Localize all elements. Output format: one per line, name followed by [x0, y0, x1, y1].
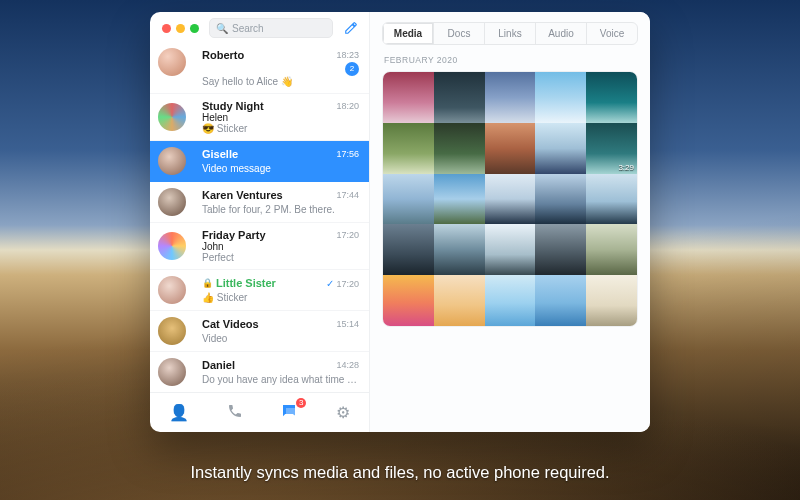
chat-title: Cat Videos: [202, 318, 328, 330]
app-window: 🔍 Search Roberto18:23Say hello to Alice …: [150, 12, 650, 432]
media-thumbnail[interactable]: 3:29: [586, 123, 637, 174]
lock-icon: 🔒: [202, 278, 213, 288]
chat-row[interactable]: Cat Videos15:14Video: [150, 311, 369, 352]
chat-timestamp: 18:23: [336, 50, 359, 60]
tab-docs[interactable]: Docs: [434, 23, 485, 44]
chat-preview: Video message: [202, 163, 359, 174]
avatar: [158, 317, 186, 345]
content-pane: MediaDocsLinksAudioVoice FEBRUARY 2020 3…: [370, 12, 650, 432]
media-thumbnail[interactable]: [434, 72, 485, 123]
media-thumbnail[interactable]: [535, 275, 586, 326]
window-controls: [158, 22, 201, 35]
avatar: [158, 103, 186, 131]
avatar: [158, 188, 186, 216]
media-thumbnail[interactable]: [485, 72, 536, 123]
chat-preview: 👍 Sticker: [202, 292, 359, 303]
chat-title: Karen Ventures: [202, 189, 328, 201]
zoom-window-button[interactable]: [190, 24, 199, 33]
chat-row[interactable]: Friday Party17:20JohnPerfect: [150, 223, 369, 270]
contacts-tab-icon[interactable]: 👤: [169, 403, 189, 422]
search-icon: 🔍: [216, 23, 228, 34]
chat-title: Giselle: [202, 148, 328, 160]
media-thumbnail[interactable]: [434, 174, 485, 225]
avatar: [158, 276, 186, 304]
chats-tab-icon[interactable]: 3: [280, 402, 298, 424]
media-grid: 3:29: [383, 72, 637, 326]
read-check-icon: ✓: [326, 278, 334, 289]
chat-preview: Video: [202, 333, 359, 344]
chat-timestamp: 15:14: [336, 319, 359, 329]
chat-list[interactable]: Roberto18:23Say hello to Alice 👋2Study N…: [150, 42, 369, 392]
media-thumbnail[interactable]: [383, 72, 434, 123]
video-duration: 3:29: [618, 163, 634, 172]
minimize-window-button[interactable]: [176, 24, 185, 33]
chat-timestamp: ✓17:20: [326, 278, 359, 289]
unread-badge: 3: [296, 398, 306, 408]
media-thumbnail[interactable]: [586, 174, 637, 225]
chat-timestamp: 14:28: [336, 360, 359, 370]
media-thumbnail[interactable]: [535, 72, 586, 123]
media-thumbnail[interactable]: [586, 72, 637, 123]
media-thumbnail[interactable]: [535, 174, 586, 225]
tab-media[interactable]: Media: [383, 23, 434, 44]
media-thumbnail[interactable]: [383, 275, 434, 326]
tab-audio[interactable]: Audio: [536, 23, 587, 44]
avatar: [158, 232, 186, 260]
media-thumbnail[interactable]: [586, 224, 637, 275]
chat-preview: Say hello to Alice 👋: [202, 76, 359, 87]
avatar: [158, 48, 186, 76]
chat-title: Daniel: [202, 359, 328, 371]
tab-voice[interactable]: Voice: [587, 23, 637, 44]
avatar: [158, 358, 186, 386]
chat-title: Friday Party: [202, 229, 328, 241]
search-input[interactable]: 🔍 Search: [209, 18, 333, 38]
unread-count-badge: 2: [345, 62, 359, 76]
chat-row[interactable]: Roberto18:23Say hello to Alice 👋2: [150, 42, 369, 94]
media-thumbnail[interactable]: [586, 275, 637, 326]
media-thumbnail[interactable]: [485, 275, 536, 326]
calls-tab-icon[interactable]: [227, 403, 243, 423]
chat-title: Study Night: [202, 100, 328, 112]
section-date-label: FEBRUARY 2020: [370, 51, 650, 71]
chat-timestamp: 18:20: [336, 101, 359, 111]
chat-row[interactable]: Daniel14:28Do you have any idea what tim…: [150, 352, 369, 392]
chat-title: Roberto: [202, 49, 328, 61]
media-thumbnail[interactable]: [383, 123, 434, 174]
media-thumbnail[interactable]: [535, 224, 586, 275]
media-thumbnail[interactable]: [485, 174, 536, 225]
chat-row[interactable]: Study Night18:20Helen😎 Sticker: [150, 94, 369, 141]
segmented-control-wrap: MediaDocsLinksAudioVoice: [370, 12, 650, 51]
sidebar-header: 🔍 Search: [150, 12, 369, 42]
sidebar: 🔍 Search Roberto18:23Say hello to Alice …: [150, 12, 370, 432]
marketing-caption: Instantly syncs media and files, no acti…: [0, 463, 800, 482]
chat-title: 🔒Little Sister: [202, 277, 318, 289]
media-thumbnail[interactable]: [383, 174, 434, 225]
media-thumbnail[interactable]: [485, 123, 536, 174]
media-thumbnail[interactable]: [485, 224, 536, 275]
settings-tab-icon[interactable]: ⚙: [336, 403, 350, 422]
media-thumbnail[interactable]: [434, 123, 485, 174]
media-thumbnail[interactable]: [535, 123, 586, 174]
tab-links[interactable]: Links: [485, 23, 536, 44]
media-type-tabs: MediaDocsLinksAudioVoice: [382, 22, 638, 45]
chat-row[interactable]: Giselle17:56Video message: [150, 141, 369, 182]
chat-timestamp: 17:56: [336, 149, 359, 159]
media-thumbnail[interactable]: [434, 224, 485, 275]
search-placeholder: Search: [232, 23, 264, 34]
chat-preview: Do you have any idea what time it is? 😂😂…: [202, 374, 359, 385]
chat-preview: Table for four, 2 PM. Be there.: [202, 204, 359, 215]
chat-timestamp: 17:20: [336, 230, 359, 240]
close-window-button[interactable]: [162, 24, 171, 33]
media-grid-container: 3:29: [382, 71, 638, 327]
sidebar-footer: 👤 3 ⚙: [150, 392, 369, 432]
compose-icon: [344, 21, 358, 35]
compose-button[interactable]: [341, 18, 361, 38]
media-thumbnail[interactable]: [383, 224, 434, 275]
media-thumbnail[interactable]: [434, 275, 485, 326]
chat-preview: Helen😎 Sticker: [202, 112, 359, 134]
chat-row[interactable]: 🔒Little Sister✓17:20👍 Sticker: [150, 270, 369, 311]
chat-timestamp: 17:44: [336, 190, 359, 200]
chat-row[interactable]: Karen Ventures17:44Table for four, 2 PM.…: [150, 182, 369, 223]
avatar: [158, 147, 186, 175]
chat-preview: JohnPerfect: [202, 241, 359, 263]
